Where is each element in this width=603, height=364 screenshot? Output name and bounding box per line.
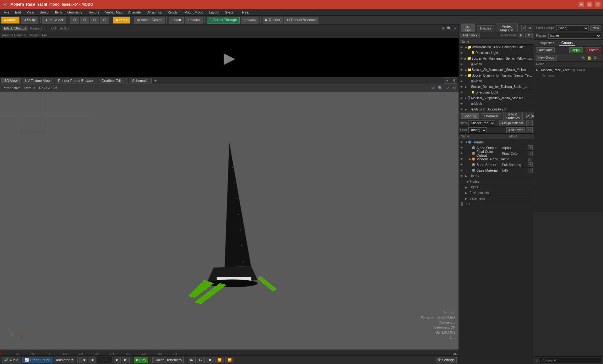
base-shader-dropdown[interactable]: ▾ xyxy=(528,162,533,167)
menu-edit[interactable]: Edit xyxy=(13,10,24,15)
go-start-button[interactable]: |◀ xyxy=(79,357,87,363)
new-pass-group-button[interactable]: New xyxy=(590,25,601,31)
viewport-settings-button[interactable]: ⚙ xyxy=(451,78,457,84)
item-row-soccer-ym[interactable]: 👁 ▶ 📁 Soccer_Air_Mannequin_Senior_Yellow xyxy=(459,67,534,73)
menu-animate[interactable]: Animate xyxy=(126,10,143,15)
play-icon[interactable]: ▶ xyxy=(224,49,235,67)
menu-maxtomodo[interactable]: MaxToModo xyxy=(182,10,206,15)
menu-file[interactable]: File xyxy=(1,10,12,15)
prev-frame-button[interactable]: ◀ xyxy=(89,357,95,363)
shading-row-final-color[interactable]: 👁 Final Color Output Final Color ▾ xyxy=(459,151,534,156)
viewport-3d[interactable]: Perspective Default Ray GL: Off ⚙ 🔍 ⤢ ⚙ xyxy=(0,84,459,350)
menu-select[interactable]: Select xyxy=(37,10,52,15)
settings-button[interactable]: ⚙ Settings xyxy=(436,357,457,363)
alpha-dropdown[interactable]: ▾ xyxy=(528,145,533,150)
far-right-expand[interactable]: + xyxy=(595,40,601,46)
animated-button[interactable]: Animated ▾ xyxy=(54,357,75,363)
menu-system[interactable]: System xyxy=(222,10,239,15)
tab-item-list[interactable]: Item List xyxy=(461,24,475,33)
close-button[interactable]: ✕ xyxy=(595,2,600,7)
frame-input[interactable] xyxy=(97,357,112,363)
item-row-medical[interactable]: 👁 ▼ 🗄 Medical_Suppository_modo_base.lxo xyxy=(459,95,534,101)
base-material-dropdown[interactable]: ▾ xyxy=(528,168,533,173)
discard-button[interactable]: Discard xyxy=(585,47,601,53)
menu-render[interactable]: Render xyxy=(165,10,181,15)
shading-settings[interactable]: ⚙ xyxy=(531,113,534,119)
command-input[interactable] xyxy=(540,358,601,363)
pass-groups-select[interactable]: (None) xyxy=(556,25,589,31)
shading-section-library[interactable]: 👁 ▶ Library xyxy=(459,173,534,179)
vp-icon-settings[interactable]: ⚙ xyxy=(431,86,434,90)
menu-texture[interactable]: Texture xyxy=(86,10,102,15)
item-row-dummy-sub[interactable]: 👁 ▶ Soccer_Dummy_for_Training_Senior_... xyxy=(459,84,534,90)
item-row-medical-sup[interactable]: 👁 ▶ ◈ Medical_Suppository [2] xyxy=(459,107,534,112)
model-mode-button[interactable]: ● Model xyxy=(1,17,19,24)
tab-properties[interactable]: Properties xyxy=(536,40,557,46)
item-settings-button[interactable]: ⚙ xyxy=(525,33,533,38)
toolbar-icon-1[interactable]: ⬡ xyxy=(70,17,79,24)
shading-row-base-material[interactable]: 👁 Base Material (all) ▾ xyxy=(459,168,534,173)
select-through-button[interactable]: ⬡ Select Through xyxy=(207,17,240,24)
item-list-expand[interactable]: ⤢ xyxy=(521,25,526,31)
action-center-button[interactable]: ◎ Action Center xyxy=(134,17,165,24)
item-row-wall[interactable]: 👁 ▶ 📁 Wall-Mounted_Black_Handheld_Bidet_… xyxy=(459,45,534,50)
tab-channels[interactable]: Channels xyxy=(481,113,501,119)
add-layer-s-button[interactable]: S xyxy=(526,127,533,133)
item-row-soccer-mesh[interactable]: 👁 ◼ Mesh xyxy=(459,62,534,67)
apply-button[interactable]: Apply xyxy=(569,47,583,53)
preview-icon-2[interactable]: 🔍 xyxy=(447,26,451,30)
transport-icon-4[interactable]: ⏪ xyxy=(215,357,224,363)
audio-button[interactable]: 🔊 Audio xyxy=(2,357,20,363)
transport-icon-5[interactable]: ⏩ xyxy=(225,357,234,363)
options-2-button[interactable]: Options xyxy=(241,17,258,24)
menu-layout[interactable]: Layout xyxy=(206,10,222,15)
options-btn[interactable]: Effect: (Shad...) xyxy=(2,26,28,31)
final-dropdown[interactable]: ▾ xyxy=(528,151,533,156)
shading-row-modern-race[interactable]: 👁 ▶ Modern_Race_Yacht [2] ! xyxy=(459,156,534,162)
add-layer-button[interactable]: Add Layer xyxy=(506,127,525,133)
graph-editor-button[interactable]: 📈 Graph Editor xyxy=(22,357,52,363)
groups-icon-3[interactable]: ⚙ xyxy=(594,56,597,60)
menu-dynamics[interactable]: Dynamics xyxy=(144,10,164,15)
sculpt-mode-button[interactable]: ⊿ Sculpt xyxy=(21,17,39,24)
tab-gradient-editor[interactable]: Gradient Editor xyxy=(98,78,128,83)
menu-view[interactable]: View xyxy=(24,10,37,15)
next-frame-button[interactable]: ▶ xyxy=(114,357,121,363)
tab-uv-texture[interactable]: UV Texture View xyxy=(22,78,54,83)
tab-images[interactable]: Images xyxy=(477,25,494,31)
shading-section-environments[interactable]: ▶ Environments xyxy=(459,190,534,196)
toolbar-icon-4[interactable]: ⬡ xyxy=(100,17,109,24)
viewport-expand-button[interactable]: ⤢ xyxy=(444,78,450,84)
shading-sub-nodes[interactable]: ◈ Nodes xyxy=(459,179,534,185)
groups-icon-2[interactable]: 🔒 xyxy=(587,56,592,60)
tab-schematic[interactable]: Schematic xyxy=(129,78,152,83)
menu-vertex-map[interactable]: Vertex Map xyxy=(103,10,125,15)
assign-material-f-button[interactable]: F xyxy=(526,120,533,126)
render-window-button[interactable]: ⊡ Render Window xyxy=(284,17,318,24)
tab-vertex-map-list[interactable]: Vertex Map List xyxy=(496,24,518,33)
item-row-soccer-dummy[interactable]: 👁 ▼ 📁 Soccer_Dummy_for_Training_Senior_Y… xyxy=(459,73,534,78)
minimize-button[interactable]: ─ xyxy=(579,2,584,7)
vp-icon-gear[interactable]: ⚙ xyxy=(453,86,456,90)
tab-3d-view[interactable]: 3D View xyxy=(1,78,21,83)
shading-content[interactable]: 👁 ▼ Render 👁 Alpha Output Alpha ▾ xyxy=(459,139,534,364)
shader-tree-select[interactable]: Shader Tree xyxy=(468,120,495,126)
item-row-dummy-dl[interactable]: 👁 💡 Directional Light xyxy=(459,90,534,95)
groups-icon-1[interactable]: 👁 xyxy=(581,56,585,60)
vp-icon-expand[interactable]: ⤢ xyxy=(446,86,449,90)
vp-icon-zoom[interactable]: 🔍 xyxy=(438,86,443,90)
menu-geometry[interactable]: Geometry xyxy=(65,10,85,15)
auto-add-button[interactable]: Auto Add xyxy=(536,47,555,53)
assign-material-button[interactable]: Assign Material xyxy=(499,120,525,126)
tab-shading[interactable]: Shading xyxy=(461,113,479,119)
toolbar-icon-3[interactable]: ⬡ xyxy=(90,17,99,24)
add-tab-button[interactable]: + xyxy=(152,78,159,83)
items-button[interactable]: ■ Items xyxy=(113,17,130,24)
preview-icon-1[interactable]: ⚙ xyxy=(442,26,445,30)
filter-items-button[interactable]: F xyxy=(518,33,524,38)
shading-section-bake-items[interactable]: ▶ Bake Items xyxy=(459,196,534,201)
go-end-button[interactable]: ▶| xyxy=(122,357,130,363)
playhead[interactable] xyxy=(1,350,1,355)
transport-icon-1[interactable]: ⏮ xyxy=(188,357,196,363)
shading-section-lights[interactable]: ▶ Lights xyxy=(459,185,534,190)
